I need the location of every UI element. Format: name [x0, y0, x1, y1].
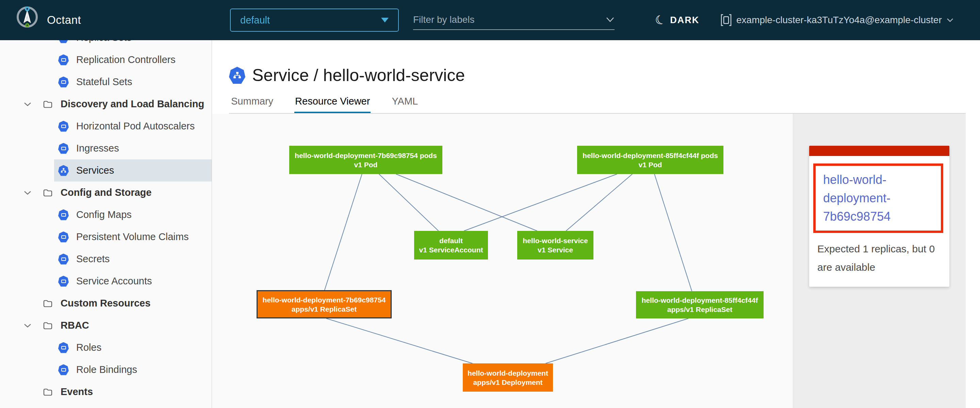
replication-controllers-icon	[58, 54, 69, 65]
sidebar-item-label: Config Maps	[76, 204, 132, 226]
graph-node-pod-7b69c98754[interactable]: hello-world-deployment-7b69c98754 podsv1…	[289, 146, 442, 174]
edge-pod-85ff4cf44f--service-hello-world-service	[566, 174, 632, 231]
sidebar-item-label: Stateful Sets	[76, 71, 132, 93]
status-message: Expected 1 replicas, but 0 are available	[817, 240, 937, 277]
cluster-selector[interactable]: example-cluster-ka3TuTzYo4a@example-clus…	[721, 0, 953, 40]
sidebar-section-label: Events	[60, 381, 93, 403]
graph-node-serviceaccount-default[interactable]: defaultv1 ServiceAccount	[414, 231, 488, 260]
sidebar-item-label: Service Accounts	[76, 270, 152, 292]
roles-icon	[58, 342, 69, 353]
node-title: hello-world-deployment	[468, 368, 548, 378]
status-bar	[809, 146, 950, 156]
sidebar-item-replication-controllers[interactable]: Replication Controllers	[0, 49, 212, 71]
graph-node-replicaset-85ff4cf44f[interactable]: hello-world-deployment-85ff4cf44fapps/v1…	[636, 291, 764, 319]
graph-node-replicaset-7b69c98754[interactable]: hello-world-deployment-7b69c98754apps/v1…	[256, 290, 392, 319]
folder-icon	[43, 300, 52, 307]
app-header: Octant default ☾ DARK example-cluster-ka…	[0, 0, 980, 40]
persistent-volume-claims-icon	[58, 231, 69, 242]
app-title: Octant	[47, 0, 81, 40]
sidebar-item-ingresses[interactable]: Ingresses	[0, 137, 212, 159]
edge-pod-7b69c98754--serviceaccount-default	[379, 174, 439, 231]
theme-toggle-button[interactable]: ☾ DARK	[655, 0, 699, 40]
chevron-down-icon	[24, 323, 32, 328]
sidebar-item-secrets[interactable]: Secrets	[0, 248, 212, 270]
stateful-sets-icon	[58, 76, 69, 88]
edge-replicaset-85ff4cf44f--deployment-hello-world-deployment	[546, 319, 688, 363]
theme-toggle-label: DARK	[670, 15, 699, 26]
sidebar-item-config-maps[interactable]: Config Maps	[0, 204, 212, 226]
node-kind: v1 Pod	[639, 160, 662, 169]
sidebar-item-services[interactable]: Services	[0, 159, 212, 182]
services-icon	[58, 165, 69, 176]
folder-icon	[43, 189, 52, 196]
chevron-down-icon[interactable]	[606, 17, 614, 22]
deployment-link[interactable]: hello-world-deployment-7b69c98754	[823, 171, 936, 226]
content-header: Service / hello-world-service Summary Re…	[212, 40, 980, 114]
node-kind: apps/v1 ReplicaSet	[667, 305, 732, 314]
config-maps-icon	[58, 209, 69, 220]
graph-node-service-hello-world-service[interactable]: hello-world-servicev1 Service	[517, 231, 593, 260]
edge-pod-7b69c98754--service-hello-world-service	[396, 174, 537, 231]
node-kind: apps/v1 ReplicaSet	[292, 304, 356, 314]
ingresses-icon	[58, 143, 69, 154]
page-title: Service / hello-world-service	[252, 65, 465, 85]
scroll-gutter[interactable]	[966, 114, 980, 408]
namespace-select[interactable]: default	[230, 8, 399, 32]
tab-yaml[interactable]: YAML	[391, 96, 418, 114]
cluster-icon	[721, 14, 732, 27]
sidebar-item-roles[interactable]: Roles	[0, 336, 212, 359]
edge-pod-85ff4cf44f--serviceaccount-default	[464, 174, 617, 231]
octant-logo-icon	[16, 5, 39, 29]
resource-graph: hello-world-deployment-7b69c98754 podsv1…	[212, 114, 793, 408]
sidebar-navigation: Replica SetsReplication ControllersState…	[0, 40, 212, 408]
caret-down-icon	[381, 18, 388, 22]
chevron-down-icon	[24, 190, 32, 195]
sidebar-item-stateful-sets[interactable]: Stateful Sets	[0, 71, 212, 93]
node-title: hello-world-deployment-7b69c98754 pods	[295, 151, 437, 160]
sidebar-item-label: Services	[76, 159, 114, 182]
secrets-icon	[58, 254, 69, 265]
node-title: hello-world-deployment-85ff4cf44f	[642, 296, 758, 305]
sidebar-item-replica-sets[interactable]: Replica Sets	[0, 40, 212, 49]
sidebar-item-config-and-storage[interactable]: Config and Storage	[0, 182, 212, 204]
node-kind: apps/v1 Deployment	[473, 378, 542, 387]
sidebar-section-label: Custom Resources	[60, 292, 150, 314]
replica-sets-icon	[58, 40, 69, 43]
sidebar-item-label: Ingresses	[76, 137, 119, 159]
sidebar-item-persistent-volume-claims[interactable]: Persistent Volume Claims	[0, 226, 212, 248]
sidebar-item-events[interactable]: Events	[0, 381, 212, 403]
sidebar-item-rbac[interactable]: RBAC	[0, 314, 212, 336]
edge-replicaset-7b69c98754--deployment-hello-world-deployment	[326, 319, 473, 363]
sidebar-item-label: Persistent Volume Claims	[76, 226, 189, 248]
selected-resource-box: hello-world-deployment-7b69c98754	[813, 164, 943, 233]
node-title: hello-world-service	[523, 236, 588, 245]
chevron-down-icon	[24, 102, 32, 107]
sidebar-item-custom-resources[interactable]: Custom Resources	[0, 292, 212, 314]
folder-icon	[43, 322, 52, 329]
node-kind: v1 Service	[538, 245, 573, 254]
sidebar-section-label: RBAC	[60, 314, 89, 336]
node-title: hello-world-deployment-7b69c98754	[263, 295, 386, 304]
tab-bar: Summary Resource Viewer YAML	[231, 96, 418, 114]
node-title: default	[439, 236, 463, 245]
sidebar-item-horizontal-pod-autoscalers[interactable]: Horizontal Pod Autoscalers	[0, 115, 212, 137]
sidebar-section-label: Config and Storage	[60, 182, 151, 204]
sidebar-item-service-accounts[interactable]: Service Accounts	[0, 270, 212, 292]
service-accounts-icon	[58, 276, 69, 287]
filter-labels-input[interactable]	[413, 14, 606, 25]
sidebar-item-label: Horizontal Pod Autoscalers	[76, 115, 195, 137]
main-content: Service / hello-world-service Summary Re…	[212, 40, 980, 408]
graph-node-deployment-hello-world-deployment[interactable]: hello-world-deploymentapps/v1 Deployment	[463, 363, 553, 392]
graph-node-pod-85ff4cf44f[interactable]: hello-world-deployment-85ff4cf44f podsv1…	[577, 146, 724, 174]
folder-icon	[43, 100, 52, 108]
sidebar-item-discovery-and-load-balancing[interactable]: Discovery and Load Balancing	[0, 93, 212, 115]
sidebar-item-role-bindings[interactable]: Role Bindings	[0, 359, 212, 381]
tab-resource-viewer[interactable]: Resource Viewer	[294, 96, 371, 114]
node-kind: v1 Pod	[354, 160, 378, 169]
node-kind: v1 ServiceAccount	[419, 245, 483, 254]
sidebar-item-label: Roles	[76, 336, 102, 359]
horizontal-pod-autoscalers-icon	[58, 121, 69, 132]
tab-summary[interactable]: Summary	[231, 96, 274, 114]
edge-pod-85ff4cf44f--replicaset-85ff4cf44f	[654, 174, 692, 291]
sidebar-item-label: Role Bindings	[76, 359, 137, 381]
